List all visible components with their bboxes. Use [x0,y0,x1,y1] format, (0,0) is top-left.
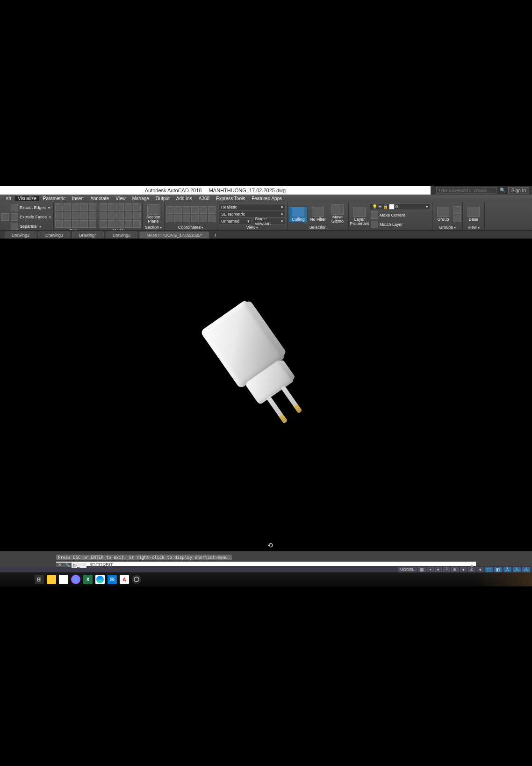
group-tool-icon[interactable] [453,206,461,214]
tab-visualize[interactable]: Visualize [15,196,39,201]
modify-tool-icon[interactable] [108,212,115,219]
status-dropdown[interactable]: ▾ [435,567,442,572]
extract-edges-button[interactable]: Extract Edges [10,203,52,212]
ucs-tool-icon[interactable] [166,206,173,214]
ucs-tool-icon[interactable] [191,206,199,214]
draw-tool-icon[interactable] [55,203,63,211]
draw-tool-icon[interactable] [64,212,71,219]
draw-tool-icon[interactable] [80,212,88,219]
panel-title-section[interactable]: Section [144,224,163,230]
draw-tool-icon[interactable] [80,220,88,228]
layer-dropdown[interactable]: 💡☀🔒0▾ [370,203,431,210]
no-filter-button[interactable]: No Filter [309,207,327,222]
ucs-tool-icon[interactable] [166,215,173,222]
mail-icon[interactable]: ✉ [108,575,117,584]
modify-tool-icon[interactable] [116,203,124,211]
base-view-button[interactable]: Base [464,207,483,222]
draw-tool-icon[interactable] [72,203,79,211]
sign-in-button[interactable]: Sign In [508,187,529,194]
modify-tool-icon[interactable] [100,220,107,228]
doc-tab[interactable]: Drawing5 [106,231,137,238]
add-tab-button[interactable]: + [211,232,220,238]
group-button[interactable]: Group [434,207,453,222]
section-plane-button[interactable]: Section Plane [144,204,163,224]
tab-sh[interactable]: -sh [2,196,14,201]
draw-tool-icon[interactable] [55,212,63,219]
tab-express-tools[interactable]: Express Tools [213,196,248,201]
modify-tool-icon[interactable] [100,203,107,211]
ucs-tool-icon[interactable] [174,215,182,222]
tab-addins[interactable]: Add-ins [173,196,195,201]
modify-tool-icon[interactable] [125,220,132,228]
modify-tool-icon[interactable] [133,212,141,219]
gizmo-toggle[interactable]: 人 [522,567,530,572]
panel-title-view2[interactable]: View [464,224,483,230]
draw-tool-icon[interactable] [80,203,88,211]
tab-output[interactable]: Output [153,196,173,201]
group-tool-icon[interactable] [453,215,461,222]
layer-properties-button[interactable]: Layer Properties [350,207,369,226]
draw-tool-icon[interactable] [55,220,63,228]
draw-tool-icon[interactable] [64,220,71,228]
status-dropdown[interactable]: ▾ [477,567,483,572]
ucs-tool-icon[interactable] [200,215,207,222]
make-current-button[interactable]: Make Current [370,211,431,219]
tab-featured-apps[interactable]: Featured Apps [249,196,285,201]
ucs-tool-icon[interactable] [208,215,216,222]
file-explorer-icon[interactable] [47,575,56,584]
solidedit-icon[interactable] [1,213,9,221]
command-close-icon[interactable]: ✕ [56,563,64,567]
ucs-tool-icon[interactable] [191,215,199,222]
modify-tool-icon[interactable] [125,212,132,219]
ucs-tool-icon[interactable] [183,206,190,214]
tab-a360[interactable]: A360 [196,196,212,201]
viewport-config-dropdown[interactable]: Single viewport▾ [253,218,286,224]
start-button[interactable]: ⊞ [35,575,44,584]
edge-icon[interactable] [95,575,105,584]
windows-taskbar[interactable]: ⊞ X ✉ A [0,572,532,586]
modify-tool-icon[interactable] [100,212,107,219]
doc-tab-active[interactable]: MANHTHUONG_17.02.2025* [139,231,209,238]
panel-title-view[interactable]: View [219,224,286,230]
panel-title-groups[interactable]: Groups [434,224,461,230]
status-dropdown[interactable]: ▾ [460,567,467,572]
modify-tool-icon[interactable] [108,220,115,228]
search-trigger-icon[interactable]: 🔍 [500,188,505,193]
ucs-tool-icon[interactable] [208,206,216,214]
extrude-faces-button[interactable]: Extrude Faces [10,213,52,221]
status-toggle[interactable]: ⊕ [451,567,459,572]
draw-tool-icon[interactable] [89,203,96,211]
ucs-tool-icon[interactable] [200,206,207,214]
draw-tool-icon[interactable] [72,212,79,219]
modify-tool-icon[interactable] [108,203,115,211]
panel-title-coordinates[interactable]: Coordinates [166,224,216,230]
modify-tool-icon[interactable] [133,203,141,211]
copilot-icon[interactable] [71,575,80,584]
help-search-input[interactable] [436,187,497,194]
ucs-named-dropdown[interactable]: Unnamed▾ [219,218,252,224]
modify-tool-icon[interactable] [116,212,124,219]
draw-tool-icon[interactable] [89,220,96,228]
obs-icon[interactable] [132,575,141,584]
doc-tab[interactable]: Drawing2 [5,231,36,238]
autocad-icon[interactable]: A [120,575,129,584]
command-wrench-icon[interactable]: 🔧 [64,563,72,567]
doc-tab[interactable]: Drawing4 [72,231,104,238]
excel-icon[interactable]: X [83,575,93,584]
draw-tool-icon[interactable] [64,203,71,211]
gizmo-toggle[interactable]: 人 [513,567,521,572]
model-space-button[interactable]: MODEL [398,567,417,572]
calendar-icon[interactable] [59,575,68,584]
grid-toggle[interactable]: ▦ [418,567,426,572]
status-toggle[interactable]: ∠ [468,567,475,572]
status-toggle[interactable]: ▪ [427,567,434,572]
match-layer-button[interactable]: Match Layer [370,220,431,229]
tab-view[interactable]: View [113,196,129,201]
gizmo-toggle[interactable]: 人 [503,567,511,572]
doc-tab[interactable]: Drawing3 [38,231,70,238]
tab-manage[interactable]: Manage [129,196,152,201]
draw-tool-icon[interactable] [72,220,79,228]
modify-tool-icon[interactable] [133,220,141,228]
ucs-tool-icon[interactable] [183,215,190,222]
tab-annotate[interactable]: Annotate [87,196,112,201]
